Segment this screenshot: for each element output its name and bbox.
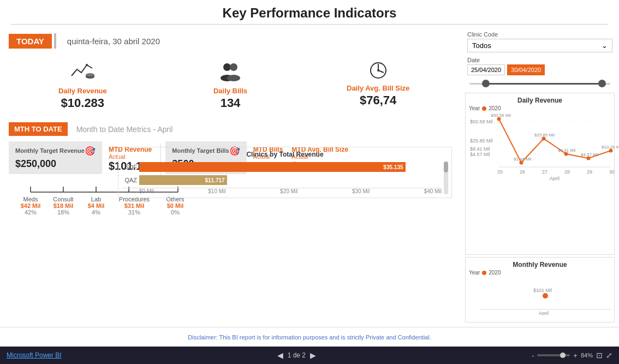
daily-revenue-chart-title: Daily Revenue bbox=[469, 97, 611, 104]
cat-others: Others $0 Mil 0% bbox=[156, 196, 194, 216]
monthly-revenue-svg: $101 Mil April bbox=[469, 277, 614, 315]
nav-next[interactable]: ▶ bbox=[310, 351, 316, 360]
daily-avg-value: $76,74 bbox=[360, 93, 396, 108]
daily-revenue-icon bbox=[69, 59, 96, 86]
zoom-in[interactable]: + bbox=[573, 351, 578, 360]
daily-chart-year-value: 2020 bbox=[489, 105, 501, 111]
clinic-name-qaz: QAZ bbox=[122, 177, 137, 183]
powerbi-link[interactable]: Microsoft Power BI bbox=[7, 351, 62, 359]
daily-revenue-label: Daily Revenue bbox=[58, 87, 107, 95]
daily-revenue-svg: $50.58 Mil $25.85 Mil $8.41 Mil $4.57 Mi… bbox=[469, 112, 614, 178]
x-axis-40: $40 Mil bbox=[424, 188, 442, 194]
svg-text:26: 26 bbox=[520, 169, 525, 175]
svg-text:$4.57 Mil: $4.57 Mil bbox=[470, 152, 490, 157]
svg-point-5 bbox=[230, 63, 237, 71]
svg-text:25: 25 bbox=[497, 169, 503, 175]
kpi-daily-revenue: Daily Revenue $10.283 bbox=[9, 55, 157, 115]
clinic-code-select[interactable]: Todos ⌄ bbox=[467, 39, 612, 52]
svg-text:28: 28 bbox=[564, 169, 570, 175]
clinic-bar-qaz: $11.717 bbox=[139, 175, 227, 185]
svg-text:27: 27 bbox=[542, 169, 547, 175]
today-date: quinta-feira, 30 abril 2020 bbox=[67, 37, 160, 46]
svg-point-11 bbox=[377, 69, 379, 71]
svg-point-46 bbox=[543, 293, 548, 299]
nav-prev[interactable]: ◀ bbox=[277, 351, 283, 360]
target-revenue-value: $250,000 bbox=[15, 158, 96, 170]
target-icon: 🎯 bbox=[85, 146, 96, 156]
monthly-chart-year-value: 2020 bbox=[489, 270, 501, 276]
svg-text:$10.28 Mil: $10.28 Mil bbox=[602, 145, 619, 150]
x-axis-0: $0 Mil bbox=[139, 188, 154, 194]
x-axis-10: $10 Mil bbox=[208, 188, 225, 194]
date-from[interactable]: 25/04/2020 bbox=[467, 64, 505, 75]
kpi-daily-bills: Daily Bills 134 bbox=[157, 55, 305, 115]
svg-point-0 bbox=[86, 64, 88, 66]
svg-text:$50.58 Mil: $50.58 Mil bbox=[491, 113, 511, 118]
legend-dot-daily bbox=[482, 106, 486, 111]
zoom-level: 84% bbox=[581, 352, 593, 359]
zoom-out[interactable]: - bbox=[532, 351, 534, 360]
mth-badge: MTH TO DATE bbox=[9, 122, 68, 136]
slider-thumb-left[interactable] bbox=[482, 80, 490, 87]
fullscreen-icon[interactable]: ⤢ bbox=[606, 351, 612, 360]
date-label: Date bbox=[467, 57, 612, 63]
daily-bills-label: Daily Bills bbox=[213, 87, 247, 95]
kpi-daily-avg: Daily Avg. Bill Size $76,74 bbox=[304, 55, 452, 115]
cat-consult: Consult $18 Mil 18% bbox=[47, 196, 80, 216]
mth-label: Month to Date Metrics - April bbox=[76, 125, 173, 134]
daily-bills-icon bbox=[217, 59, 243, 86]
cat-meds: Meds $42 Mil 42% bbox=[14, 196, 47, 216]
clinic-code-label: Clinic Code bbox=[467, 31, 612, 38]
daily-avg-label: Daily Avg. Bill Size bbox=[347, 84, 409, 92]
x-axis-20: $20 Mil bbox=[280, 188, 297, 194]
monthly-revenue-chart-title: Monthly Revenue bbox=[469, 261, 611, 268]
legend-dot-monthly bbox=[482, 271, 486, 275]
daily-revenue-value: $10.283 bbox=[61, 96, 105, 110]
svg-text:30: 30 bbox=[609, 169, 615, 175]
svg-text:April: April bbox=[539, 311, 549, 315]
clinic-name-sdf: SDF bbox=[122, 164, 137, 170]
svg-text:$4.57 Mil: $4.57 Mil bbox=[581, 152, 599, 157]
svg-text:$25.85 Mil: $25.85 Mil bbox=[470, 138, 493, 144]
today-badge: TODAY bbox=[9, 34, 52, 49]
clinics-chart-title: Clinics by Total Revenue bbox=[122, 151, 448, 158]
daily-chart-year-label: Year bbox=[469, 105, 480, 111]
svg-point-3 bbox=[86, 73, 94, 76]
page-title: Key Performance Indicators bbox=[11, 0, 608, 25]
svg-text:$101 Mil: $101 Mil bbox=[533, 288, 552, 293]
slider-thumb-right[interactable] bbox=[598, 80, 606, 87]
cat-procedures: Procedures $31 Mil 31% bbox=[112, 196, 156, 216]
x-axis-30: $30 Mil bbox=[352, 188, 370, 194]
disclaimer: Disclaimer: This BI report is for inform… bbox=[188, 334, 431, 341]
monthly-chart-year-label: Year bbox=[469, 270, 480, 276]
svg-point-7 bbox=[227, 75, 240, 81]
svg-text:$50.58 Mil: $50.58 Mil bbox=[470, 119, 493, 124]
fit-screen-icon[interactable]: ⊡ bbox=[596, 351, 603, 360]
svg-point-4 bbox=[223, 63, 231, 71]
date-to[interactable]: 30/04/2020 bbox=[507, 64, 545, 75]
nav-page: 1 de 2 bbox=[288, 351, 306, 359]
svg-text:April: April bbox=[550, 176, 560, 181]
cat-lab: Lab $4 Mil 4% bbox=[80, 196, 112, 216]
daily-bills-value: 134 bbox=[221, 96, 241, 110]
svg-text:$8.41 Mil: $8.41 Mil bbox=[470, 146, 490, 152]
clinic-bar-sdf: $35.135 bbox=[139, 162, 406, 172]
target-revenue-label: Monthly Target Revenue bbox=[15, 147, 85, 154]
svg-text:$8.41 Mil: $8.41 Mil bbox=[558, 148, 576, 153]
svg-text:$1.46 Mil: $1.46 Mil bbox=[514, 157, 532, 162]
daily-avg-icon bbox=[365, 59, 391, 83]
svg-text:$25.85 Mil: $25.85 Mil bbox=[534, 133, 555, 138]
svg-text:29: 29 bbox=[587, 169, 592, 175]
